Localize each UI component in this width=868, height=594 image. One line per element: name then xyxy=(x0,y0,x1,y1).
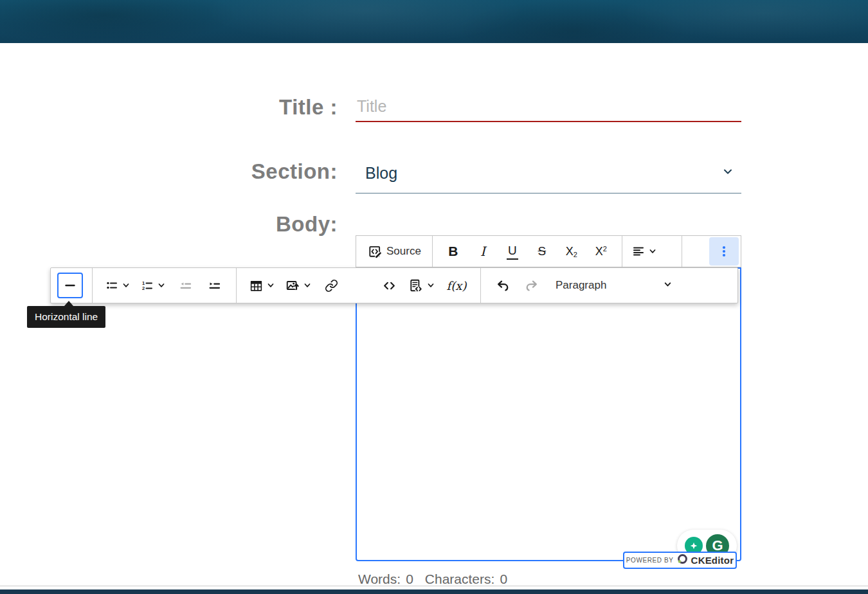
powered-by-label: POWERED BY xyxy=(626,557,674,564)
chevron-down-icon xyxy=(664,280,672,291)
toolbar-separator xyxy=(236,268,237,303)
toolbar-separator xyxy=(480,268,481,303)
editor-content-area[interactable] xyxy=(356,267,741,561)
title-label: Title : xyxy=(0,95,338,120)
code-block-dropdown-button[interactable] xyxy=(405,273,439,298)
superscript-icon: X2 xyxy=(595,245,607,258)
toolbar-separator xyxy=(682,236,682,267)
undo-button[interactable] xyxy=(490,273,516,298)
numbered-list-icon: 1 2 xyxy=(141,279,154,292)
superscript-button[interactable]: X2 xyxy=(586,239,616,264)
source-button-label: Source xyxy=(386,245,421,258)
ckeditor-label: CKEditor xyxy=(691,555,734,566)
redo-icon xyxy=(525,278,539,292)
chevron-down-icon xyxy=(122,282,130,289)
math-formula-button[interactable]: f(x) xyxy=(442,273,471,298)
heading-dropdown[interactable]: Paragraph xyxy=(548,273,680,298)
numbered-list-dropdown-button[interactable]: 1 2 xyxy=(137,273,169,298)
bulleted-list-icon xyxy=(105,279,118,292)
toolbar-separator xyxy=(622,236,622,267)
section-label: Section: xyxy=(0,159,338,184)
editor-toolbar-more-panel: 1 2 xyxy=(50,267,738,303)
link-icon xyxy=(325,279,338,292)
insert-image-dropdown-button[interactable] xyxy=(282,273,315,298)
body-label: Body: xyxy=(0,212,338,237)
editor-toolbar-main: Source B I U S X2 X2 xyxy=(356,235,741,267)
top-banner xyxy=(0,0,868,43)
words-value: 0 xyxy=(406,572,413,587)
strikethrough-button[interactable]: S xyxy=(527,239,557,264)
table-icon xyxy=(249,279,263,292)
indent-icon xyxy=(208,279,221,292)
align-left-icon xyxy=(632,245,645,258)
bold-button[interactable]: B xyxy=(439,239,468,264)
outdent-icon xyxy=(179,279,192,292)
chevron-down-icon xyxy=(649,248,656,255)
undo-icon xyxy=(496,278,510,292)
code-block-icon xyxy=(409,278,423,292)
characters-value: 0 xyxy=(500,572,507,587)
strikethrough-icon: S xyxy=(537,244,548,258)
characters-label: Characters: xyxy=(425,572,495,587)
indent-button[interactable] xyxy=(201,273,227,298)
chevron-down-icon xyxy=(267,282,275,289)
subscript-button[interactable]: X2 xyxy=(557,239,586,264)
alignment-dropdown-button[interactable] xyxy=(628,239,660,264)
code-icon xyxy=(383,279,396,292)
toolbar-separator xyxy=(432,236,433,267)
word-count-bar: Words: 0 Characters: 0 xyxy=(358,572,507,587)
italic-icon: I xyxy=(480,244,485,259)
blog-editor-page: Title : Section: Blog Body: Source xyxy=(0,0,868,594)
blockquote-icon: “ xyxy=(352,278,368,292)
horizontal-line-icon xyxy=(64,279,77,292)
italic-button[interactable]: I xyxy=(468,239,498,264)
underline-icon: U xyxy=(507,244,518,260)
math-icon: f(x) xyxy=(447,279,467,292)
redo-button[interactable] xyxy=(519,273,545,298)
block-quote-button[interactable]: “ xyxy=(347,273,373,298)
link-button[interactable] xyxy=(318,273,344,298)
insert-table-dropdown-button[interactable] xyxy=(246,273,278,298)
chevron-down-icon xyxy=(303,282,311,289)
bulleted-list-dropdown-button[interactable] xyxy=(102,273,134,298)
svg-text:2: 2 xyxy=(142,285,145,291)
underline-button[interactable]: U xyxy=(498,239,527,264)
tooltip-text: Horizontal line xyxy=(35,311,98,322)
image-upload-icon xyxy=(285,278,300,292)
subscript-icon: X2 xyxy=(566,245,577,258)
show-more-items-button[interactable] xyxy=(709,237,739,266)
section-select-value: Blog xyxy=(365,164,397,183)
bottom-section-edge xyxy=(0,590,868,594)
toolbar-separator xyxy=(92,268,93,303)
bottom-divider xyxy=(0,586,868,586)
powered-by-ckeditor-badge[interactable]: POWERED BY CKEditor xyxy=(623,552,737,569)
tooltip-caret xyxy=(64,301,73,306)
horizontal-line-tooltip: Horizontal line xyxy=(27,306,105,328)
chevron-down-icon xyxy=(427,282,435,289)
section-select[interactable]: Blog xyxy=(356,158,741,194)
code-button[interactable] xyxy=(376,273,402,298)
words-label: Words: xyxy=(358,572,401,587)
title-input[interactable] xyxy=(356,95,741,122)
source-button[interactable]: Source xyxy=(363,239,426,264)
source-icon xyxy=(368,244,382,258)
bold-icon: B xyxy=(448,244,458,259)
ckeditor-logo-icon xyxy=(677,554,688,567)
chevron-down-icon xyxy=(158,282,165,289)
horizontal-line-button[interactable] xyxy=(57,273,83,298)
heading-dropdown-label: Paragraph xyxy=(556,279,606,292)
chevron-down-icon xyxy=(722,166,734,180)
more-options-icon xyxy=(718,244,730,258)
outdent-button[interactable] xyxy=(172,273,198,298)
